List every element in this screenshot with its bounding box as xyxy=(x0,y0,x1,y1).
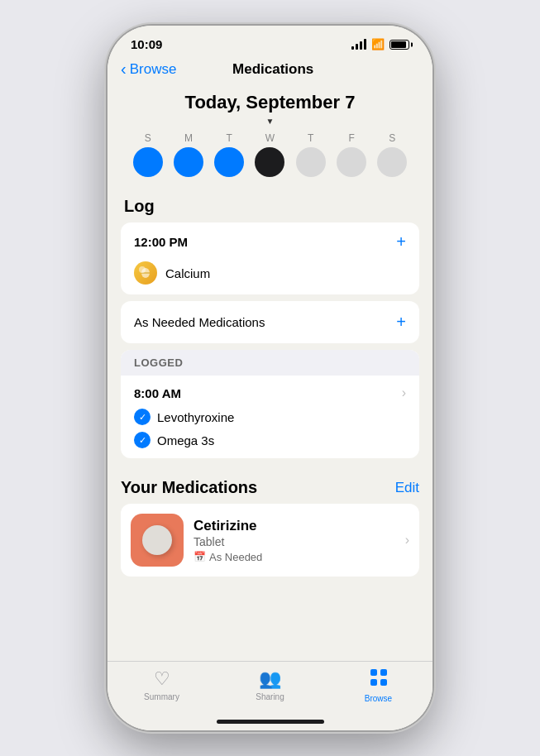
date-section: Today, September 7 ▼ S M T xyxy=(108,85,432,190)
week-day-circle-thu[interactable] xyxy=(296,147,326,177)
your-meds-header: Your Medications Edit xyxy=(121,478,419,497)
omega-name: Omega 3s xyxy=(157,433,214,447)
week-day-label-thu: T xyxy=(308,132,313,144)
levothyroxine-check-icon: ✓ xyxy=(134,409,151,425)
calcium-icon xyxy=(134,261,157,285)
as-needed-row[interactable]: As Needed Medications + xyxy=(121,301,419,343)
signal-bars-icon xyxy=(351,40,366,50)
log-section: Log 12:00 PM + xyxy=(108,190,432,458)
main-content: Today, September 7 ▼ S M T xyxy=(108,85,432,730)
back-label: Browse xyxy=(130,61,177,78)
cetirizine-icon xyxy=(131,514,184,567)
noon-time-label: 12:00 PM xyxy=(134,235,188,249)
sharing-icon: 👥 xyxy=(259,668,281,690)
tab-summary[interactable]: ♡ Summary xyxy=(108,668,216,701)
week-day-circle-sat[interactable] xyxy=(377,147,407,177)
calcium-pill-svg xyxy=(139,266,152,280)
week-day-label-sat: S xyxy=(389,132,395,144)
noon-time-row: 12:00 PM + xyxy=(121,222,419,258)
week-day-circle-fri[interactable] xyxy=(337,147,366,177)
log-section-title: Log xyxy=(121,197,419,216)
tab-browse[interactable]: Browse xyxy=(324,668,432,703)
week-day-wed: W xyxy=(255,132,284,177)
screen: 10:09 📶 ‹ Browse Medications xyxy=(108,26,432,730)
week-day-label-fri: F xyxy=(348,132,354,144)
nav-bar: ‹ Browse Medications xyxy=(108,55,432,85)
svg-rect-2 xyxy=(370,669,377,676)
week-calendar: S M T W T xyxy=(121,129,419,180)
back-button[interactable]: ‹ Browse xyxy=(121,60,176,79)
summary-icon: ♡ xyxy=(154,668,170,690)
back-chevron-icon: ‹ xyxy=(121,60,127,79)
week-day-circle-mon[interactable] xyxy=(174,147,203,177)
levothyroxine-name: Levothyroxine xyxy=(157,410,234,424)
logged-time-row[interactable]: 8:00 AM › xyxy=(121,376,419,405)
home-indicator xyxy=(217,720,324,724)
svg-rect-3 xyxy=(380,669,387,676)
cetirizine-info: Cetirizine Tablet 📅 As Needed xyxy=(194,518,395,563)
wifi-icon: 📶 xyxy=(371,38,385,50)
week-day-tue: T xyxy=(214,132,244,177)
noon-add-button[interactable]: + xyxy=(396,232,406,251)
summary-label: Summary xyxy=(144,692,179,701)
as-needed-label: As Needed Medications xyxy=(134,315,265,329)
status-icons: 📶 xyxy=(351,38,409,50)
omega-row: ✓ Omega 3s xyxy=(121,428,419,458)
logged-header: Logged xyxy=(121,350,419,376)
logged-chevron-icon: › xyxy=(402,385,406,400)
calcium-row: Calcium xyxy=(121,258,419,294)
cetirizine-card[interactable]: Cetirizine Tablet 📅 As Needed › xyxy=(121,504,419,577)
cetirizine-schedule-text: As Needed xyxy=(209,551,262,563)
noon-card: 12:00 PM + Calcium xyxy=(121,222,419,294)
battery-icon xyxy=(389,40,409,50)
week-day-label-sun: S xyxy=(145,132,151,144)
levothyroxine-row: ✓ Levothyroxine xyxy=(121,405,419,428)
status-time: 10:09 xyxy=(131,37,162,51)
your-meds-title: Your Medications xyxy=(121,478,257,497)
status-bar: 10:09 📶 xyxy=(108,26,432,55)
browse-label: Browse xyxy=(365,694,392,703)
logged-time-label: 8:00 AM xyxy=(134,386,181,400)
week-day-circle-wed[interactable] xyxy=(255,147,284,177)
cetirizine-name: Cetirizine xyxy=(194,518,395,534)
phone-shell: 10:09 📶 ‹ Browse Medications xyxy=(108,26,432,730)
cetirizine-type: Tablet xyxy=(194,535,395,548)
calcium-name: Calcium xyxy=(165,266,210,280)
svg-rect-4 xyxy=(370,679,377,686)
sharing-label: Sharing xyxy=(256,692,284,701)
week-day-mon: M xyxy=(174,132,203,177)
week-day-circle-sun[interactable] xyxy=(133,147,163,177)
logged-card: Logged 8:00 AM › ✓ Levothyroxine ✓ Omega… xyxy=(121,350,419,458)
tab-sharing[interactable]: 👥 Sharing xyxy=(216,668,324,701)
cetirizine-pill-shape xyxy=(142,525,172,555)
omega-check-icon: ✓ xyxy=(134,432,151,448)
week-day-label-tue: T xyxy=(227,132,232,144)
calendar-small-icon: 📅 xyxy=(194,551,206,562)
your-meds-section: Your Medications Edit Cetirizine Tablet … xyxy=(108,465,432,577)
as-needed-add-button[interactable]: + xyxy=(396,313,406,332)
svg-rect-5 xyxy=(380,679,387,686)
date-arrow-icon: ▼ xyxy=(121,117,419,126)
nav-title: Medications xyxy=(176,61,370,78)
week-day-sun: S xyxy=(133,132,163,177)
week-day-fri: F xyxy=(337,132,366,177)
week-day-label-mon: M xyxy=(184,132,193,144)
date-title: Today, September 7 xyxy=(121,92,419,113)
cetirizine-chevron-icon: › xyxy=(405,533,409,548)
week-day-sat: S xyxy=(377,132,407,177)
browse-icon xyxy=(370,668,388,691)
cetirizine-schedule-row: 📅 As Needed xyxy=(194,551,395,563)
week-day-label-wed: W xyxy=(265,132,275,144)
edit-button[interactable]: Edit xyxy=(395,480,419,496)
week-day-circle-tue[interactable] xyxy=(214,147,244,177)
week-day-thu: T xyxy=(296,132,326,177)
